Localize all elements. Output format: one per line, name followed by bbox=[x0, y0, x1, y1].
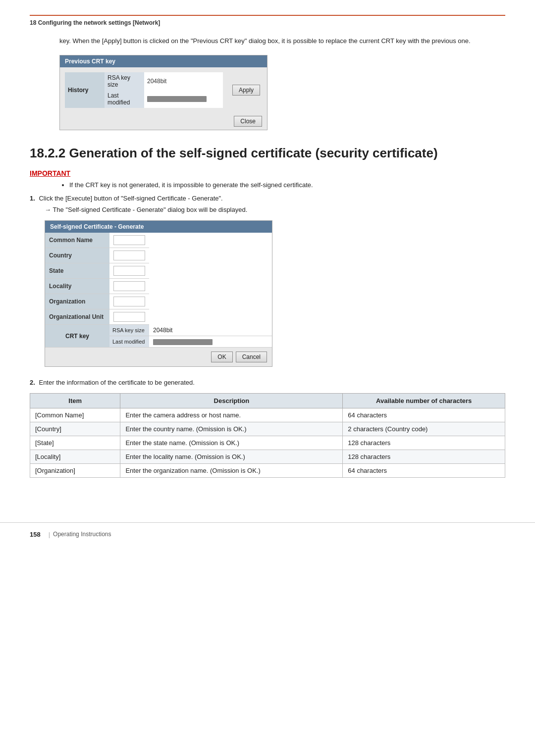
step2-description: Enter the information of the certificate… bbox=[39, 379, 194, 386]
crt-key-label: CRT key bbox=[45, 325, 109, 348]
col-item: Item bbox=[30, 393, 120, 408]
footer-divider: | bbox=[49, 531, 50, 538]
org-unit-label: Organizational Unit bbox=[45, 309, 109, 325]
country-input[interactable] bbox=[113, 251, 145, 260]
table-cell-item: [Common Name] bbox=[30, 408, 120, 422]
cert-dialog: Self-signed Certificate - Generate Commo… bbox=[45, 220, 272, 367]
table-cell-description: Enter the country name. (Omission is OK.… bbox=[120, 422, 343, 436]
cert-dialog-title: Self-signed Certificate - Generate bbox=[45, 221, 272, 233]
prev-crt-table: History RSA key size 2048bit Apply Last … bbox=[65, 72, 262, 108]
info-table: Item Description Available number of cha… bbox=[30, 393, 505, 478]
table-cell-item: [State] bbox=[30, 436, 120, 450]
col-chars: Available number of characters bbox=[343, 393, 505, 408]
crt-rsa-size-value: 2048bit bbox=[149, 325, 272, 336]
intro-text: key. When the [Apply] button is clicked … bbox=[59, 36, 505, 46]
footer-label: Operating Instructions bbox=[53, 531, 111, 538]
org-unit-row: Organizational Unit bbox=[45, 309, 272, 325]
last-modified-masked bbox=[147, 96, 207, 102]
step2-text: 2. Enter the information of the certific… bbox=[30, 379, 505, 386]
table-cell-chars: 128 characters bbox=[343, 450, 505, 463]
locality-row: Locality bbox=[45, 279, 272, 294]
organization-row: Organization bbox=[45, 294, 272, 309]
prev-crt-dialog-title: Previous CRT key bbox=[60, 55, 267, 67]
section-header-text: 18 Configuring the network settings [Net… bbox=[30, 19, 160, 26]
step1-description: Click the [Execute] button of "Self-sign… bbox=[39, 195, 222, 202]
close-button[interactable]: Close bbox=[234, 116, 262, 127]
crt-last-modified-label: Last modified bbox=[109, 336, 149, 347]
table-row: [State]Enter the state name. (Omission i… bbox=[30, 436, 505, 450]
step1-text: 1. Click the [Execute] button of "Self-s… bbox=[30, 195, 505, 202]
table-cell-item: [Country] bbox=[30, 422, 120, 436]
table-row: [Organization]Enter the organization nam… bbox=[30, 463, 505, 477]
organization-label: Organization bbox=[45, 294, 109, 309]
page-number: 158 bbox=[30, 531, 41, 538]
important-label: IMPORTANT bbox=[30, 169, 505, 177]
section-header: 18 Configuring the network settings [Net… bbox=[30, 15, 505, 26]
rsa-size-value: 2048bit bbox=[144, 72, 223, 90]
crt-last-modified-masked bbox=[153, 339, 213, 345]
table-cell-description: Enter the organization name. (Omission i… bbox=[120, 463, 343, 477]
table-row: [Locality]Enter the locality name. (Omis… bbox=[30, 450, 505, 463]
bullet-list: If the CRT key is not generated, it is i… bbox=[69, 181, 505, 189]
common-name-label: Common Name bbox=[45, 233, 109, 248]
table-cell-chars: 64 characters bbox=[343, 463, 505, 477]
table-row: [Common Name]Enter the camera address or… bbox=[30, 408, 505, 422]
state-row: State bbox=[45, 263, 272, 279]
organization-input[interactable] bbox=[113, 297, 145, 306]
table-cell-item: [Locality] bbox=[30, 450, 120, 463]
country-row: Country bbox=[45, 248, 272, 263]
col-description: Description bbox=[120, 393, 343, 408]
history-label: History bbox=[65, 72, 105, 108]
org-unit-input[interactable] bbox=[113, 312, 145, 322]
ok-button[interactable]: OK bbox=[211, 352, 232, 362]
cert-dialog-footer: OK Cancel bbox=[45, 348, 272, 366]
table-row: [Country]Enter the country name. (Omissi… bbox=[30, 422, 505, 436]
bullet-item-1: If the CRT key is not generated, it is i… bbox=[69, 181, 505, 189]
table-cell-chars: 2 characters (Country code) bbox=[343, 422, 505, 436]
state-input[interactable] bbox=[113, 266, 145, 276]
rsa-size-label: RSA key size bbox=[105, 72, 144, 90]
country-label: Country bbox=[45, 248, 109, 263]
table-cell-description: Enter the camera address or host name. bbox=[120, 408, 343, 422]
table-cell-item: [Organization] bbox=[30, 463, 120, 477]
crt-rsa-size-label: RSA key size bbox=[109, 325, 149, 336]
cert-form-table: Common Name Country State Locality Organ… bbox=[45, 233, 272, 348]
prev-crt-dialog: Previous CRT key History RSA key size 20… bbox=[59, 55, 268, 130]
table-cell-description: Enter the state name. (Omission is OK.) bbox=[120, 436, 343, 450]
common-name-input[interactable] bbox=[113, 235, 145, 245]
section-title: 18.2.2 Generation of the self-signed cer… bbox=[30, 145, 505, 162]
state-label: State bbox=[45, 263, 109, 279]
crt-rsa-row: CRT key RSA key size 2048bit bbox=[45, 325, 272, 336]
table-cell-chars: 128 characters bbox=[343, 436, 505, 450]
step2-number: 2. bbox=[30, 379, 35, 386]
table-cell-chars: 64 characters bbox=[343, 408, 505, 422]
apply-button[interactable]: Apply bbox=[232, 85, 260, 96]
locality-input[interactable] bbox=[113, 281, 145, 291]
step1-number: 1. bbox=[30, 195, 35, 202]
page-footer: 158 | Operating Instructions bbox=[0, 522, 535, 546]
last-modified-label: Last modified bbox=[105, 90, 144, 108]
common-name-row: Common Name bbox=[45, 233, 272, 248]
locality-label: Locality bbox=[45, 279, 109, 294]
step1-arrow: → The "Self-signed Certificate - Generat… bbox=[45, 206, 505, 213]
prev-crt-dialog-footer: Close bbox=[60, 113, 267, 130]
table-cell-description: Enter the locality name. (Omission is OK… bbox=[120, 450, 343, 463]
cancel-button[interactable]: Cancel bbox=[236, 352, 267, 362]
